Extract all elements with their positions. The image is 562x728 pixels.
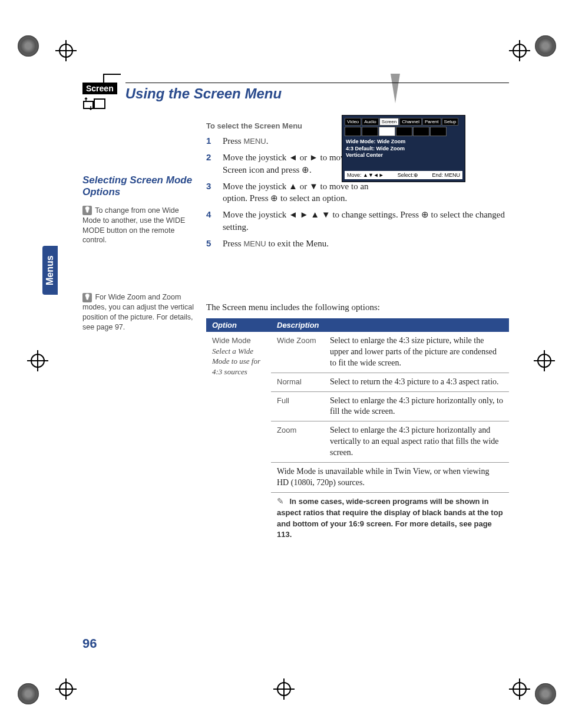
svg-rect-1: [94, 99, 105, 108]
osd-icon: [396, 127, 412, 136]
crop-mark: [513, 44, 527, 58]
print-decor: [18, 683, 39, 704]
table-row: Wide Mode Select a Wide Mode to use for …: [206, 332, 509, 373]
print-decor: [535, 35, 556, 57]
svg-rect-0: [84, 101, 93, 108]
page-number: 96: [82, 636, 97, 651]
crop-mark: [59, 44, 73, 58]
step-3: 3 Move the joystick ▲ or ▼ to move to an…: [206, 180, 509, 205]
osd-footer: Move: ▲▼◄► Select:⊕ End: MENU: [345, 171, 462, 179]
osd-icon: [413, 127, 429, 136]
crop-mark: [59, 682, 73, 696]
col-description: Description: [271, 318, 509, 332]
osd-icon: [345, 127, 361, 136]
osd-tab-active: Screen: [379, 118, 399, 126]
options-table: Option Description Wide Mode Select a Wi…: [206, 318, 509, 544]
screen-badge: Screen: [82, 83, 117, 116]
osd-tab: Audio: [362, 118, 378, 126]
osd-tab: Channel: [399, 118, 422, 126]
osd-body: Wide Mode: Wide Zoom 4:3 Default: Wide Z…: [346, 139, 461, 159]
tip-vertical-position: For Wide Zoom and Zoom modes, you can ad…: [82, 292, 194, 332]
step-4: 4 Move the joystick ◄ ► ▲ ▼ to change se…: [206, 209, 509, 233]
crop-mark: [513, 682, 527, 696]
tip-change-wide-mode: To change from one Wide Mode to another,…: [82, 206, 194, 246]
osd-icon: [362, 127, 378, 136]
osd-tab: Setup: [442, 118, 459, 126]
osd-tab: Parent: [422, 118, 441, 126]
options-intro: The Screen menu includes the following o…: [206, 302, 509, 312]
crop-mark: [31, 354, 45, 368]
crop-mark: [277, 682, 291, 696]
osd-icon-active: [379, 127, 395, 136]
section-title: Selecting Screen Mode Options: [82, 174, 194, 199]
screen-menu-icon: [82, 97, 106, 113]
col-option: Option: [206, 318, 271, 332]
crop-mark: [537, 354, 551, 368]
print-decor: [535, 683, 556, 704]
lightbulb-icon: [82, 293, 92, 302]
osd-preview: Video Audio Screen Channel Parent Setup …: [342, 115, 465, 182]
screen-tag-label: Screen: [82, 83, 117, 94]
lightbulb-icon: [82, 206, 92, 215]
page-title: Using the Screen Menu: [125, 83, 509, 102]
osd-tab: Video: [345, 118, 361, 126]
pencil-icon: ✎: [277, 497, 284, 506]
side-tab-menus: Menus: [42, 246, 58, 295]
osd-icon: [430, 127, 447, 136]
step-5: 5 Press MENU to exit the Menu.: [206, 238, 509, 249]
print-decor: [18, 35, 39, 57]
